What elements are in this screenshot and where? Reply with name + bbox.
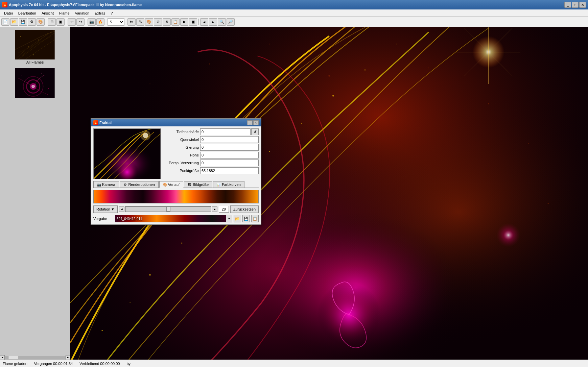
- rotation-dropdown-button[interactable]: Rotation ▼: [93, 205, 118, 213]
- svg-point-23: [130, 302, 130, 303]
- hscrollbar: ◄ ►: [0, 355, 70, 360]
- by-label: by: [126, 362, 131, 366]
- field-input-punktgrosse[interactable]: [200, 167, 259, 174]
- toolbar-zoom-in[interactable]: 🔍: [218, 18, 226, 26]
- preset-load-button[interactable]: 📂: [234, 215, 241, 222]
- menu-datei[interactable]: Datei: [1, 10, 16, 16]
- toolbar-undo[interactable]: ↩: [68, 18, 76, 26]
- field-input-tiefenscharfe[interactable]: [200, 128, 251, 135]
- svg-point-39: [496, 223, 520, 247]
- close-button[interactable]: ✕: [579, 2, 586, 8]
- toolbar-next[interactable]: ►: [209, 18, 217, 26]
- toolbar-sep-2: [66, 19, 66, 25]
- title-bar-controls[interactable]: _ □ ✕: [564, 2, 586, 8]
- field-row-hohe: Höhe: [163, 152, 259, 158]
- flame-thumb-1[interactable]: All Flames: [15, 30, 55, 64]
- window-title: Apophysis 7x 64 bit - E:\apophysis7x\Fla…: [9, 3, 142, 7]
- main-layout: All Flames: [0, 27, 588, 360]
- tab-farbkurven[interactable]: 📊 Farbkurven: [213, 181, 244, 188]
- field-label-punktgrosse: Punktgröße: [163, 169, 200, 173]
- toolbar-mutation[interactable]: ⊗: [163, 18, 171, 26]
- toolbar-batch[interactable]: ▣: [189, 18, 197, 26]
- toolbar-settings[interactable]: ⚙: [28, 18, 36, 26]
- hscrollbar-left[interactable]: ◄: [0, 355, 5, 360]
- maximize-button[interactable]: □: [572, 2, 579, 8]
- field-input-persp[interactable]: [200, 160, 259, 166]
- preset-color-preview: [115, 215, 226, 222]
- menu-variation[interactable]: Variation: [72, 10, 92, 16]
- field-input-querwinkel[interactable]: [200, 136, 259, 143]
- flame-label-1: All Flames: [15, 60, 55, 64]
- tab-renderoptionen[interactable]: ⚙ Renderoptionen: [120, 181, 159, 188]
- remaining-label: Verbleibend: [79, 362, 99, 366]
- minimize-button[interactable]: _: [564, 2, 571, 8]
- dialog-title-text: Fraktal: [99, 121, 112, 125]
- tab-verlauf[interactable]: 🎨 Verlauf: [159, 181, 183, 188]
- title-bar: 🔥 Apophysis 7x 64 bit - E:\apophysis7x\F…: [0, 0, 588, 9]
- verlauf-content: Rotation ▼ ◄ ► Zurücksetzen: [93, 190, 259, 222]
- dialog-close[interactable]: ✕: [253, 120, 259, 125]
- rotation-row: Rotation ▼ ◄ ► Zurücksetzen: [93, 205, 259, 213]
- toolbar-zoom-out[interactable]: 🔎: [227, 18, 235, 26]
- menu-bearbeiten[interactable]: Bearbeiten: [16, 10, 39, 16]
- svg-rect-7: [45, 50, 45, 50]
- toolbar-script[interactable]: 📋: [171, 18, 180, 26]
- dialog-controls[interactable]: _ ✕: [247, 120, 259, 125]
- toolbar-color[interactable]: 🎨: [145, 18, 153, 26]
- toolbar-editor[interactable]: fx: [127, 18, 136, 26]
- tab-bildgrosse[interactable]: 🖼 Bildgröße: [184, 181, 212, 188]
- slider-track[interactable]: [125, 206, 211, 212]
- preset-save-button[interactable]: 💾: [242, 215, 250, 222]
- toolbar-camera[interactable]: 📷: [88, 18, 96, 26]
- toolbar-render[interactable]: ▣: [56, 18, 65, 26]
- svg-point-42: [209, 63, 210, 65]
- svg-point-22: [101, 330, 103, 332]
- toolbar-xform[interactable]: ⊕: [154, 18, 162, 26]
- toolbar-edit2[interactable]: ✎: [136, 18, 144, 26]
- dialog-body: Tiefenschärfe ↺ Querwinkel Gierung: [91, 126, 261, 224]
- preset-copy-button[interactable]: 📋: [251, 215, 259, 222]
- toolbar-open[interactable]: 📂: [10, 18, 18, 26]
- field-reset-tiefenscharfe[interactable]: ↺: [251, 128, 259, 135]
- toolbar-palette[interactable]: 🎨: [37, 18, 45, 26]
- field-input-gierung[interactable]: [200, 144, 259, 151]
- toolbar-redo[interactable]: ↪: [76, 18, 85, 26]
- hscrollbar-right[interactable]: ►: [66, 355, 70, 360]
- slider-right-arrow[interactable]: ►: [212, 206, 217, 212]
- field-input-hohe[interactable]: [200, 152, 259, 158]
- dialog-title-bar[interactable]: 🔥 Fraktal _ ✕: [91, 119, 261, 126]
- toolbar-quality-select[interactable]: 5 1 2 10: [108, 18, 124, 26]
- svg-point-24: [149, 274, 151, 276]
- menu-ansicht[interactable]: Ansicht: [39, 10, 56, 16]
- flame-loaded-text: Flame geladen: [3, 362, 27, 366]
- fraktal-dialog: 🔥 Fraktal _ ✕: [91, 118, 261, 225]
- toolbar-flame[interactable]: 🔥: [96, 18, 104, 26]
- preset-select[interactable]: 694_040412-011 ▼: [115, 215, 232, 222]
- toolbar-grid[interactable]: ⊞: [48, 18, 56, 26]
- slider-thumb: [166, 207, 170, 212]
- preset-dropdown-arrow[interactable]: ▼: [226, 215, 232, 222]
- svg-point-58: [140, 130, 150, 141]
- slider-value-input[interactable]: [219, 206, 229, 213]
- dialog-minimize[interactable]: _: [247, 120, 253, 125]
- menu-extras[interactable]: Extras: [92, 10, 108, 16]
- hscrollbar-track[interactable]: [5, 356, 66, 359]
- toolbar-save[interactable]: 💾: [19, 18, 27, 26]
- zurucksetzen-button[interactable]: Zurücksetzen: [230, 205, 259, 213]
- toolbar-render2[interactable]: ▶: [180, 18, 188, 26]
- status-elapsed: Vergangen 00:00:01.34: [34, 362, 73, 366]
- flame-thumb-2[interactable]: [15, 68, 55, 99]
- hscrollbar-inner: ◄ ►: [0, 355, 70, 360]
- dialog-preview: [93, 128, 161, 179]
- menu-flame[interactable]: Flame: [56, 10, 72, 16]
- menu-help[interactable]: ?: [108, 10, 115, 16]
- field-row-persp: Persp. Verzerrung: [163, 160, 259, 166]
- dialog-tabs: 📷 Kamera ⚙ Renderoptionen 🎨 Verlauf 🖼 Bi…: [93, 181, 259, 188]
- slider-left-arrow[interactable]: ◄: [119, 206, 124, 212]
- toolbar-prev[interactable]: ◄: [200, 18, 208, 26]
- tab-kamera[interactable]: 📷 Kamera: [93, 181, 119, 188]
- tab-kamera-label: Kamera: [102, 182, 115, 187]
- toolbar-new[interactable]: 📄: [1, 18, 9, 26]
- svg-point-53: [408, 51, 409, 53]
- rotation-label: Rotation: [96, 207, 110, 211]
